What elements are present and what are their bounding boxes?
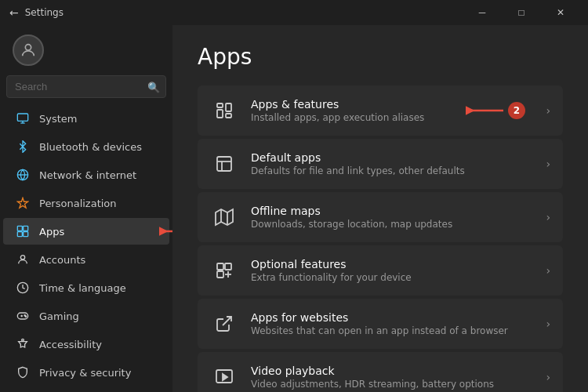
sidebar-item-apps-label: Apps xyxy=(39,226,64,238)
sidebar-item-gaming[interactable]: Gaming xyxy=(3,303,169,329)
video-playback-icon xyxy=(210,363,238,391)
apps-features-chevron: › xyxy=(546,104,550,117)
video-playback-text: Video playback Video adjustments, HDR st… xyxy=(251,365,546,390)
settings-list: Apps & features Installed apps, app exec… xyxy=(198,85,563,392)
sidebar-item-network-label: Network & internet xyxy=(39,169,136,181)
video-playback-title: Video playback xyxy=(251,365,546,377)
svg-point-11 xyxy=(20,256,24,260)
sidebar-item-bluetooth[interactable]: Bluetooth & devices xyxy=(3,133,169,160)
sidebar-item-time-label: Time & language xyxy=(39,282,126,294)
privacy-icon xyxy=(16,365,30,379)
svg-rect-21 xyxy=(226,103,231,111)
apps-websites-icon xyxy=(210,310,238,338)
sidebar-item-privacy[interactable]: Privacy & security xyxy=(3,359,169,386)
svg-rect-24 xyxy=(217,157,231,171)
video-playback-desc: Video adjustments, HDR streaming, batter… xyxy=(251,379,546,390)
minimize-button[interactable]: ─ xyxy=(464,0,500,25)
settings-item-video-playback[interactable]: Video playback Video adjustments, HDR st… xyxy=(198,352,563,392)
accounts-icon xyxy=(16,252,30,267)
default-apps-desc: Defaults for file and link types, other … xyxy=(251,165,546,176)
sidebar: 🔍 System Bluetooth & devices xyxy=(0,25,172,392)
svg-rect-19 xyxy=(217,103,223,107)
svg-rect-8 xyxy=(17,232,22,237)
svg-rect-20 xyxy=(217,110,223,118)
svg-point-17 xyxy=(25,316,26,317)
apps-features-desc: Installed apps, app execution aliases xyxy=(251,112,546,123)
sidebar-item-accounts[interactable]: Accounts xyxy=(3,246,169,273)
back-icon[interactable]: ← xyxy=(9,6,19,19)
sidebar-item-personalization[interactable]: Personalization xyxy=(3,190,169,216)
svg-line-35 xyxy=(223,317,231,325)
personalization-icon xyxy=(16,196,30,210)
offline-maps-text: Offline maps Downloads, storage location… xyxy=(251,205,546,230)
maximize-button[interactable]: □ xyxy=(503,0,539,25)
apps-websites-chevron: › xyxy=(546,318,550,330)
accessibility-icon xyxy=(16,337,30,351)
bluetooth-icon xyxy=(16,140,30,154)
optional-features-chevron: › xyxy=(546,264,550,277)
titlebar-left: ← Settings xyxy=(9,6,64,19)
sidebar-item-gaming-label: Gaming xyxy=(39,310,79,322)
video-playback-chevron: › xyxy=(546,371,550,383)
svg-rect-30 xyxy=(217,263,223,270)
close-button[interactable]: ✕ xyxy=(543,0,579,25)
avatar-section xyxy=(0,25,172,72)
time-icon xyxy=(16,281,30,295)
offline-maps-title: Offline maps xyxy=(251,205,546,217)
offline-maps-desc: Downloads, storage location, map updates xyxy=(251,219,546,230)
main-layout: 🔍 System Bluetooth & devices xyxy=(0,25,588,392)
settings-item-optional-features[interactable]: Optional features Extra functionality fo… xyxy=(198,245,563,296)
settings-item-apps-features[interactable]: Apps & features Installed apps, app exec… xyxy=(198,85,563,136)
apps-icon xyxy=(16,224,30,238)
offline-maps-icon xyxy=(210,203,238,231)
svg-rect-9 xyxy=(24,232,28,237)
sidebar-item-accessibility[interactable]: Accessibility xyxy=(3,331,169,358)
offline-maps-chevron: › xyxy=(546,211,550,223)
svg-marker-27 xyxy=(216,209,233,225)
settings-item-apps-websites[interactable]: Apps for websites Websites that can open… xyxy=(198,299,563,349)
svg-rect-7 xyxy=(24,226,28,230)
search-box[interactable]: 🔍 xyxy=(6,75,166,98)
default-apps-icon xyxy=(210,150,238,178)
settings-item-default-apps[interactable]: Default apps Defaults for file and link … xyxy=(198,139,563,189)
search-input[interactable] xyxy=(6,75,166,98)
svg-rect-31 xyxy=(225,263,231,270)
svg-rect-1 xyxy=(17,114,27,121)
optional-features-desc: Extra functionality for your device xyxy=(251,272,546,283)
svg-point-0 xyxy=(25,45,31,50)
apps-websites-title: Apps for websites xyxy=(251,311,546,324)
sidebar-item-personalization-label: Personalization xyxy=(39,198,117,209)
network-icon xyxy=(16,168,30,182)
sidebar-item-system[interactable]: System xyxy=(3,105,169,132)
system-icon xyxy=(16,111,30,125)
sidebar-item-privacy-label: Privacy & security xyxy=(39,367,131,379)
svg-rect-22 xyxy=(226,114,231,118)
apps-features-wrapper: Apps & features Installed apps, app exec… xyxy=(198,85,563,136)
titlebar-controls: ─ □ ✕ xyxy=(464,0,579,25)
sidebar-item-network[interactable]: Network & internet xyxy=(3,162,169,188)
sidebar-item-apps[interactable]: Apps xyxy=(3,218,169,245)
page-title: Apps xyxy=(198,44,563,70)
apps-features-icon xyxy=(210,96,238,125)
svg-marker-37 xyxy=(223,374,227,380)
search-icon: 🔍 xyxy=(147,81,160,93)
apps-features-title: Apps & features xyxy=(251,98,546,111)
default-apps-chevron: › xyxy=(546,158,550,170)
svg-point-18 xyxy=(22,339,24,341)
titlebar-title: Settings xyxy=(25,7,64,18)
apps-websites-desc: Websites that can open in an app instead… xyxy=(251,325,546,336)
apps-nav-wrapper: Apps 1 xyxy=(0,217,172,245)
sidebar-item-update[interactable]: Windows Update xyxy=(3,387,169,392)
sidebar-item-system-label: System xyxy=(39,113,77,125)
optional-features-icon xyxy=(210,256,238,285)
sidebar-item-accounts-label: Accounts xyxy=(39,254,85,266)
settings-item-offline-maps[interactable]: Offline maps Downloads, storage location… xyxy=(198,192,563,242)
sidebar-item-accessibility-label: Accessibility xyxy=(39,339,102,350)
sidebar-item-time[interactable]: Time & language xyxy=(3,274,169,301)
optional-features-text: Optional features Extra functionality fo… xyxy=(251,258,546,283)
gaming-icon xyxy=(16,309,30,323)
apps-features-text: Apps & features Installed apps, app exec… xyxy=(251,98,546,123)
content-area: Apps Apps & features Instal xyxy=(172,25,588,392)
sidebar-item-bluetooth-label: Bluetooth & devices xyxy=(39,141,142,153)
avatar[interactable] xyxy=(13,34,44,66)
